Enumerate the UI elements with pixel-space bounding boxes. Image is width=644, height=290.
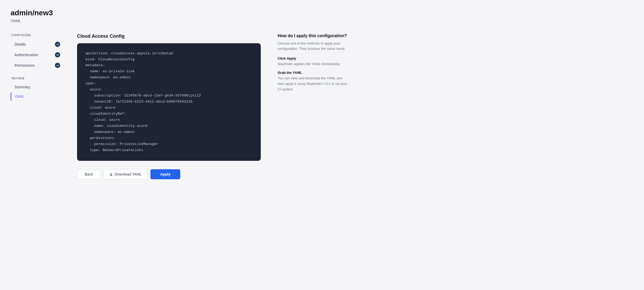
check-icon (56, 43, 59, 46)
authentication-check-badge (55, 52, 60, 57)
check-icon (56, 53, 59, 56)
configure-section-label: CONFIGURE (11, 33, 62, 37)
main-content: Cloud Access Config apiVersion: cloudacc… (69, 33, 269, 279)
sidebar-item-authentication[interactable]: Authentication (11, 50, 62, 60)
download-label: Download YAML (115, 172, 142, 176)
help-method-1-desc: Wayfinder applies the YAML immediately (278, 61, 348, 67)
details-check-badge (55, 42, 60, 47)
help-method-2-desc: You can view and download the YAML and t… (278, 76, 348, 92)
yaml-code-block: apiVersion: cloudaccess.appvia.io/v2beta… (77, 43, 261, 161)
back-button[interactable]: Back (77, 169, 101, 179)
permissions-label: Permissions (15, 63, 35, 67)
summary-label: Summary (15, 85, 30, 89)
download-icon (109, 172, 113, 176)
check-icon (56, 64, 59, 67)
details-label: Details (15, 42, 26, 46)
help-method-2-title: Grab the YAML (278, 71, 348, 75)
configure-nav: Details Authentication (11, 39, 62, 70)
help-method-1-title: Click Apply (278, 56, 348, 60)
review-section-label: REVIEW (11, 77, 62, 80)
help-description: Choose one of the methods to apply your … (278, 41, 348, 52)
permissions-check-badge (55, 63, 60, 68)
help-title: How do I apply this configuration? (278, 33, 348, 38)
section-title: Cloud Access Config (77, 33, 261, 39)
help-panel: How do I apply this configuration? Choos… (269, 33, 348, 279)
review-nav: Summary YAML (11, 83, 62, 101)
apply-button[interactable]: Apply (150, 169, 180, 179)
yaml-line-1: apiVersion: cloudaccess.appvia.io/v2beta… (86, 51, 201, 152)
authentication-label: Authentication (15, 53, 38, 57)
action-bar: Back Download YAML Apply (77, 169, 261, 179)
yaml-label: YAML (15, 94, 24, 99)
sidebar: CONFIGURE Details Authentication (11, 33, 69, 279)
page-subtitle: YAML (11, 18, 633, 23)
download-yaml-button[interactable]: Download YAML (104, 169, 147, 179)
sidebar-item-summary[interactable]: Summary (11, 83, 62, 91)
page-title: admin/new3 (11, 8, 633, 17)
sidebar-item-details[interactable]: Details (11, 39, 62, 49)
sidebar-item-permissions[interactable]: Permissions (11, 60, 62, 70)
sidebar-item-yaml[interactable]: YAML (11, 92, 62, 101)
